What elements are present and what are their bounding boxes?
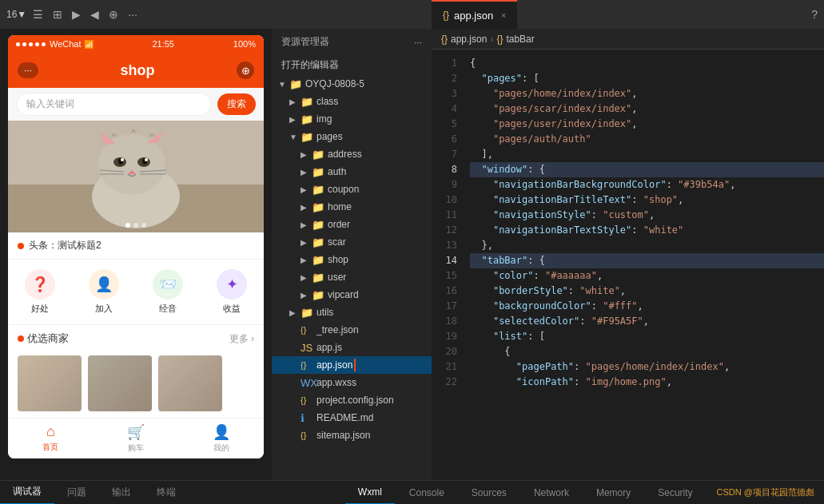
header-circle-btn[interactable]: ⊕ xyxy=(237,62,254,79)
tree-auth[interactable]: ▶ 📁 auth xyxy=(272,163,432,181)
icon-item-jiaru[interactable]: 👤 加入 xyxy=(80,269,128,315)
home-arrow: ▶ xyxy=(301,203,312,212)
ln-14: 14 xyxy=(432,253,464,268)
tree-readme[interactable]: ▶ ℹ README.md xyxy=(272,409,432,427)
tree-pages[interactable]: ▼ 📁 pages xyxy=(272,128,432,145)
nav-home[interactable]: ⌂ 首页 xyxy=(8,419,94,458)
shouyi-icon: ✦ xyxy=(217,269,247,300)
btab-sources[interactable]: Sources xyxy=(459,481,519,505)
utils-arrow: ▶ xyxy=(289,308,301,317)
app-json-icon: {} xyxy=(301,360,313,370)
section-more-link[interactable]: 更多 › xyxy=(229,332,254,346)
split-icon[interactable]: ⊕ xyxy=(109,8,118,21)
coupon-arrow: ▶ xyxy=(301,185,312,194)
icon-item-shouyi[interactable]: ✦ 收益 xyxy=(208,269,256,315)
tree-order[interactable]: ▶ 📁 order xyxy=(272,216,432,233)
explorer-more-icon[interactable]: ··· xyxy=(414,37,422,48)
banner-image xyxy=(8,121,264,232)
tree-coupon[interactable]: ▶ 📁 coupon xyxy=(272,181,432,198)
class-label: class xyxy=(316,96,338,107)
tree-shop[interactable]: ▶ 📁 shop xyxy=(272,251,432,268)
tab-app-json[interactable]: {} app.json × xyxy=(432,0,517,29)
file-icon[interactable]: ⊞ xyxy=(53,8,62,21)
product-1[interactable] xyxy=(18,355,82,411)
code-l16: "borderStyle": "white", xyxy=(470,284,824,299)
header-dots-btn[interactable]: ··· xyxy=(18,62,38,78)
vipcard-label: vipcard xyxy=(328,289,359,300)
signal-dot-2 xyxy=(22,42,26,46)
scar-label: scar xyxy=(328,236,346,248)
tree-app-wxss[interactable]: ▶ WX app.wxss xyxy=(272,374,432,391)
code-l9: "navigationBarBackgroundColor": "#39b54a… xyxy=(470,177,824,192)
btab-wxml[interactable]: Wxml xyxy=(345,481,395,505)
address-label: address xyxy=(328,149,362,160)
section-title-text: 优选商家 xyxy=(27,331,69,346)
scar-icon: 📁 xyxy=(312,236,324,248)
search-button[interactable]: 搜索 xyxy=(217,93,256,115)
more-icon[interactable]: ··· xyxy=(128,8,137,21)
tree-app-js[interactable]: ▶ JS app.js xyxy=(272,339,432,356)
btab-debugger[interactable]: 调试器 xyxy=(0,481,54,505)
code-breadcrumb: {} app.json › {} tabBar xyxy=(432,29,824,50)
editor-tabs: {} app.json × xyxy=(432,0,517,29)
code-l10: "navigationBarTitleText": "shop", xyxy=(470,192,824,208)
ln-19: 19 xyxy=(432,329,464,344)
tree-home[interactable]: ▶ 📁 home xyxy=(272,198,432,216)
nav-cart[interactable]: 🛒 购车 xyxy=(94,419,179,458)
ln-4: 4 xyxy=(432,101,464,117)
phone-time: 21:55 xyxy=(152,39,174,49)
code-l12: "navigationBarTextStyle": "white" xyxy=(470,223,824,238)
version-number: 16▼ xyxy=(6,9,26,20)
code-l21: "pagePath": "pages/home/index/index", xyxy=(470,359,824,375)
code-l5: "pages/user/index/index", xyxy=(470,117,824,132)
vipcard-arrow: ▶ xyxy=(301,291,312,300)
back-icon[interactable]: ◀ xyxy=(90,8,99,21)
ln-18: 18 xyxy=(432,314,464,329)
search-input[interactable]: 输入关键词 xyxy=(16,93,211,116)
tree-tree-json[interactable]: ▶ {} _tree.json xyxy=(272,321,432,339)
tree-utils[interactable]: ▶ 📁 utils xyxy=(272,304,432,321)
code-content: 1 2 3 4 5 6 7 8 9 10 11 12 13 14 15 16 1… xyxy=(432,50,824,480)
tree-sitemap[interactable]: ▶ {} sitemap.json xyxy=(272,427,432,444)
tree-address[interactable]: ▶ 📁 address xyxy=(272,145,432,163)
ln-3: 3 xyxy=(432,86,464,101)
tree-scar[interactable]: ▶ 📁 scar xyxy=(272,233,432,251)
btab-output[interactable]: 输出 xyxy=(99,481,144,505)
question-icon[interactable]: ? xyxy=(811,8,818,21)
toolbar-icons: ☰ ⊞ ▶ ◀ ⊕ ··· xyxy=(33,8,137,21)
menu-icon[interactable]: ☰ xyxy=(33,8,43,21)
pages-arrow: ▼ xyxy=(289,133,301,141)
tree-vipcard[interactable]: ▶ 📁 vipcard xyxy=(272,286,432,304)
btab-security[interactable]: Security xyxy=(645,481,705,505)
tree-app-json[interactable]: ▶ {} app.json xyxy=(272,356,432,374)
icon-item-jinyin[interactable]: 📨 经音 xyxy=(144,269,192,315)
vipcard-icon: 📁 xyxy=(312,289,324,301)
tree-class[interactable]: ▶ 📁 class xyxy=(272,93,432,110)
auth-arrow: ▶ xyxy=(301,168,312,177)
shop-label: shop xyxy=(328,254,348,265)
ln-11: 11 xyxy=(432,208,464,223)
icon-item-haochi[interactable]: ❓ 好处 xyxy=(16,269,64,315)
btab-memory[interactable]: Memory xyxy=(583,481,643,505)
btab-terminal[interactable]: 终端 xyxy=(144,481,189,505)
jinyin-icon: 📨 xyxy=(153,269,183,300)
btab-console[interactable]: Console xyxy=(396,481,457,505)
nav-profile[interactable]: 👤 我的 xyxy=(178,419,264,458)
product-3[interactable] xyxy=(158,355,222,411)
code-l2: "pages": [ xyxy=(470,71,824,86)
open-editors-text: 打开的编辑器 xyxy=(281,59,339,70)
tab-close-button[interactable]: × xyxy=(501,11,506,20)
product-2[interactable] xyxy=(88,355,152,411)
btab-problems[interactable]: 问题 xyxy=(54,481,99,505)
code-lines[interactable]: { "pages": [ "pages/home/index/index", "… xyxy=(464,50,824,480)
tree-img[interactable]: ▶ 📁 img xyxy=(272,110,432,128)
tree-project-root[interactable]: ▼ 📁 OYQJ-0808-5 xyxy=(272,75,432,93)
tree-user[interactable]: ▶ 📁 user xyxy=(272,268,432,286)
ln-12: 12 xyxy=(432,223,464,238)
signal-dot-5 xyxy=(42,42,46,46)
btab-network[interactable]: Network xyxy=(521,481,582,505)
run-icon[interactable]: ▶ xyxy=(72,8,81,21)
code-l13: }, xyxy=(470,238,824,253)
project-config-icon: {} xyxy=(301,395,313,405)
tree-project-config[interactable]: ▶ {} project.config.json xyxy=(272,391,432,409)
